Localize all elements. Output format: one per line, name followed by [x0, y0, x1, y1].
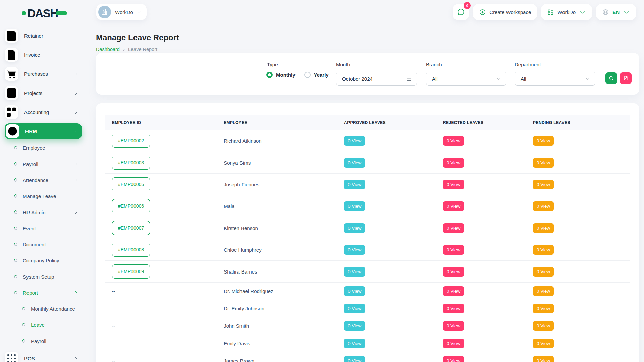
employee-id-badge[interactable]: #EMP00006: [112, 199, 150, 213]
approved-view-badge[interactable]: 0 View: [344, 356, 365, 362]
sidebar-item-leave[interactable]: Leave: [5, 317, 82, 333]
employee-id-cell: #EMP00006: [105, 195, 217, 217]
pending-leaves-cell: 0 View: [526, 335, 630, 352]
sidebar-item-retainer[interactable]: Retainer: [5, 26, 82, 45]
sidebar-item-pos[interactable]: POS: [5, 349, 82, 362]
reset-button[interactable]: [620, 72, 632, 84]
approved-leaves-cell: 0 View: [337, 220, 436, 237]
table-row: #EMP00009Shafira Barnes0 View0 View0 Vie…: [105, 260, 630, 282]
chevron-right-icon: [74, 356, 78, 361]
rejected-view-badge[interactable]: 0 View: [443, 267, 464, 277]
pending-view-badge[interactable]: 0 View: [533, 286, 554, 296]
employee-id-badge[interactable]: #EMP00007: [112, 221, 150, 235]
logo-text: DASH: [27, 7, 58, 19]
pending-view-badge[interactable]: 0 View: [533, 339, 554, 348]
rejected-view-badge[interactable]: 0 View: [443, 245, 464, 255]
sidebar-item-payroll[interactable]: Payroll: [5, 156, 82, 172]
chevron-right-icon: [74, 178, 78, 182]
rejected-view-badge[interactable]: 0 View: [443, 304, 464, 313]
sidebar-item-hrm[interactable]: HRM: [5, 123, 82, 139]
rejected-leaves-cell: 0 View: [436, 220, 526, 237]
approved-view-badge[interactable]: 0 View: [344, 339, 365, 348]
rejected-view-badge[interactable]: 0 View: [443, 339, 464, 348]
sidebar-item-projects[interactable]: Projects: [5, 83, 82, 103]
rejected-view-badge[interactable]: 0 View: [443, 136, 464, 146]
sidebar-item-company-policy[interactable]: Company Policy: [5, 252, 82, 268]
chevron-down-icon: [585, 76, 590, 81]
employee-id-badge[interactable]: #EMP00002: [112, 134, 150, 148]
page-title: Manage Leave Report: [96, 33, 179, 42]
sidebar-item-invoice[interactable]: Invoice: [5, 45, 82, 64]
rejected-view-badge[interactable]: 0 View: [443, 321, 464, 331]
approved-leaves-cell: 0 View: [337, 352, 436, 362]
sidebar-item-purchases[interactable]: Purchases: [5, 64, 82, 83]
employee-name-cell: Richard Atkinson: [217, 134, 337, 147]
chevron-down-icon: [623, 9, 630, 16]
type-radio-monthly[interactable]: Monthly: [266, 72, 296, 78]
approved-view-badge[interactable]: 0 View: [344, 267, 365, 277]
rejected-view-badge[interactable]: 0 View: [443, 223, 464, 233]
sidebar-item-document[interactable]: Document: [5, 236, 82, 252]
pending-view-badge[interactable]: 0 View: [533, 180, 554, 189]
rejected-view-badge[interactable]: 0 View: [443, 356, 464, 362]
reset-icon: [623, 75, 629, 81]
employee-id-badge[interactable]: #EMP00003: [112, 156, 150, 170]
approved-view-badge[interactable]: 0 View: [344, 223, 365, 233]
pending-view-badge[interactable]: 0 View: [533, 158, 554, 168]
sidebar-item-payroll[interactable]: Payroll: [5, 333, 82, 349]
search-button[interactable]: [605, 72, 617, 84]
rejected-view-badge[interactable]: 0 View: [443, 180, 464, 189]
approved-view-badge[interactable]: 0 View: [344, 286, 365, 296]
breadcrumb-dashboard-link[interactable]: Dashboard: [96, 47, 120, 52]
sidebar-item-report[interactable]: Report: [5, 285, 82, 301]
employee-id-badge[interactable]: #EMP00009: [112, 264, 150, 279]
approved-view-badge[interactable]: 0 View: [344, 158, 365, 168]
sidebar-item-label: HR Admin: [23, 209, 46, 215]
workspace-selector[interactable]: WorkDo: [96, 4, 147, 20]
pending-leaves-cell: 0 View: [526, 154, 630, 171]
language-selector[interactable]: EN: [596, 4, 636, 20]
dash-logo[interactable]: DASH: [22, 7, 67, 19]
approved-view-badge[interactable]: 0 View: [344, 201, 365, 211]
projects-icon: [5, 86, 18, 100]
pending-view-badge[interactable]: 0 View: [533, 304, 554, 313]
pending-view-badge[interactable]: 0 View: [533, 223, 554, 233]
approved-view-badge[interactable]: 0 View: [344, 321, 365, 331]
sidebar-item-monthly-attendance[interactable]: Monthly Attendance: [5, 301, 82, 317]
workdo-menu-button[interactable]: WorkDo: [541, 4, 592, 20]
pending-view-badge[interactable]: 0 View: [533, 321, 554, 331]
employee-name-cell: Emily Davis: [217, 337, 337, 350]
sidebar-item-system-setup[interactable]: System Setup: [5, 268, 82, 285]
sidebar-item-event[interactable]: Event: [5, 220, 82, 236]
radio-label: Yearly: [314, 72, 329, 78]
sidebar-item-accounting[interactable]: Accounting: [5, 103, 82, 122]
pending-view-badge[interactable]: 0 View: [533, 356, 554, 362]
type-radio-yearly[interactable]: Yearly: [304, 72, 329, 78]
create-workspace-button[interactable]: Create Workspace: [473, 4, 537, 20]
approved-view-badge[interactable]: 0 View: [344, 180, 365, 189]
sidebar-item-attendance[interactable]: Attendance: [5, 172, 82, 188]
sidebar-item-hr-admin[interactable]: HR Admin: [5, 204, 82, 220]
approved-view-badge[interactable]: 0 View: [344, 136, 365, 146]
employee-id-badge[interactable]: #EMP00008: [112, 243, 150, 257]
sidebar-item-label: Event: [23, 226, 36, 231]
branch-value: All: [432, 76, 496, 82]
messages-button[interactable]: 0: [453, 4, 469, 20]
pending-view-badge[interactable]: 0 View: [533, 267, 554, 277]
month-input[interactable]: October 2024: [336, 72, 417, 86]
sidebar-item-manage-leave[interactable]: Manage Leave: [5, 188, 82, 204]
branch-select[interactable]: All: [426, 72, 506, 86]
approved-view-badge[interactable]: 0 View: [344, 245, 365, 255]
pending-view-badge[interactable]: 0 View: [533, 245, 554, 255]
table-row: #EMP00006Maia0 View0 View0 View: [105, 195, 630, 217]
employee-id-badge[interactable]: #EMP00005: [112, 177, 150, 191]
approved-view-badge[interactable]: 0 View: [344, 304, 365, 313]
pending-view-badge[interactable]: 0 View: [533, 136, 554, 146]
rejected-view-badge[interactable]: 0 View: [443, 286, 464, 296]
rejected-view-badge[interactable]: 0 View: [443, 201, 464, 211]
sidebar-item-employee[interactable]: Employee: [5, 140, 82, 156]
department-select[interactable]: All: [515, 72, 595, 86]
pending-view-badge[interactable]: 0 View: [533, 201, 554, 211]
rejected-view-badge[interactable]: 0 View: [443, 158, 464, 168]
sidebar-item-label: Payroll: [23, 161, 38, 167]
